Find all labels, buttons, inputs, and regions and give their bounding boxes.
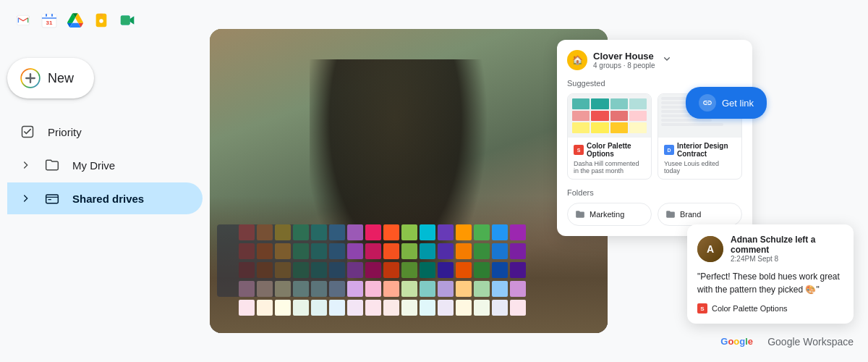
svg-point-7 — [99, 19, 103, 23]
meet-icon[interactable] — [117, 10, 137, 30]
commenter-name: Adnan Schulze left a comment — [731, 235, 843, 255]
contract-activity: Yusee Louis edited today — [664, 160, 736, 174]
folders-label: Folders — [567, 188, 742, 197]
comment-header: A Adnan Schulze left a comment 2:24PM Se… — [697, 235, 843, 263]
file-card-palette[interactable]: S Color Palette Options Dasha Hill comme… — [567, 93, 652, 180]
drive-icon[interactable] — [65, 10, 85, 30]
comment-time: 2:24PM Sept 8 — [731, 255, 843, 263]
new-button-label: New — [48, 71, 74, 86]
commenter-info: Adnan Schulze left a comment 2:24PM Sept… — [731, 235, 843, 263]
folder-item-marketing[interactable]: Marketing — [567, 203, 652, 226]
sidebar-item-my-drive[interactable]: My Drive — [7, 149, 203, 181]
workspace-text: Google Workspace — [767, 336, 854, 348]
keep-icon[interactable] — [91, 10, 111, 30]
google-workspace-logo: Google Google Workspace — [720, 334, 854, 349]
palette-thumbnail — [568, 94, 651, 138]
comment-text: "Perfect! These bold hues work great wit… — [697, 270, 843, 296]
palette-file-meta: S Color Palette Options Dasha Hill comme… — [568, 138, 651, 179]
shared-drives-chevron-icon — [19, 192, 32, 205]
sidebar-item-my-drive-label: My Drive — [72, 159, 115, 172]
app-switcher-bar: 31 — [13, 10, 137, 30]
drive-panel-header: 🏠 Clover House 4 groups · 8 people — [567, 50, 742, 70]
folder-avatar: 🏠 — [567, 50, 587, 70]
folder-name: Clover House — [593, 51, 655, 62]
comment-file-name: Color Palette Options — [712, 304, 788, 313]
svg-text:Google: Google — [720, 336, 753, 347]
gmail-icon[interactable] — [13, 10, 33, 30]
sidebar-item-priority-label: Priority — [48, 126, 82, 138]
svg-text:31: 31 — [46, 20, 53, 26]
get-link-button[interactable]: Get link — [686, 87, 767, 119]
sidebar-item-priority[interactable]: Priority — [7, 116, 203, 148]
shared-drives-icon — [43, 190, 61, 207]
svg-rect-4 — [46, 14, 47, 17]
svg-rect-5 — [51, 14, 53, 17]
folder-items-list: Marketing Brand — [567, 203, 742, 226]
new-button[interactable]: New — [7, 58, 94, 98]
svg-rect-15 — [46, 195, 59, 203]
svg-rect-8 — [100, 14, 103, 17]
palette-file-name: Color Palette Options — [587, 142, 645, 158]
hero-image — [210, 29, 608, 333]
folder-dropdown-icon[interactable] — [661, 53, 673, 67]
sidebar-item-shared-drives[interactable]: Shared drives — [7, 182, 203, 214]
my-drive-chevron-icon — [19, 159, 32, 172]
my-drive-icon — [43, 156, 61, 174]
drive-panel: 🏠 Clover House 4 groups · 8 people Sugge… — [557, 40, 752, 236]
folder-marketing-label: Marketing — [590, 210, 624, 219]
folder-brand-label: Brand — [680, 210, 701, 219]
folder-meta: 4 groups · 8 people — [593, 62, 655, 70]
comment-card: A Adnan Schulze left a comment 2:24PM Se… — [687, 224, 854, 324]
comment-file-ref[interactable]: S Color Palette Options — [697, 303, 843, 313]
contract-file-meta: D Interior Design Contract Yusee Louis e… — [658, 138, 741, 179]
contract-file-name: Interior Design Contract — [677, 142, 736, 158]
palette-activity: Dasha Hill commented in the past month — [574, 160, 645, 174]
photo-background — [210, 29, 608, 333]
sidebar: New Priority My Drive — [0, 43, 210, 362]
plus-icon — [20, 68, 41, 88]
priority-icon — [19, 123, 36, 140]
sidebar-item-shared-drives-label: Shared drives — [72, 193, 144, 205]
link-icon — [699, 94, 716, 111]
calendar-icon[interactable]: 31 — [39, 10, 59, 30]
svg-rect-10 — [121, 16, 130, 25]
folders-section: Folders Marketing Brand — [567, 188, 742, 226]
svg-rect-0 — [17, 15, 30, 25]
folder-item-brand[interactable]: Brand — [658, 203, 742, 226]
commenter-avatar: A — [697, 236, 723, 262]
get-link-label: Get link — [722, 98, 754, 109]
